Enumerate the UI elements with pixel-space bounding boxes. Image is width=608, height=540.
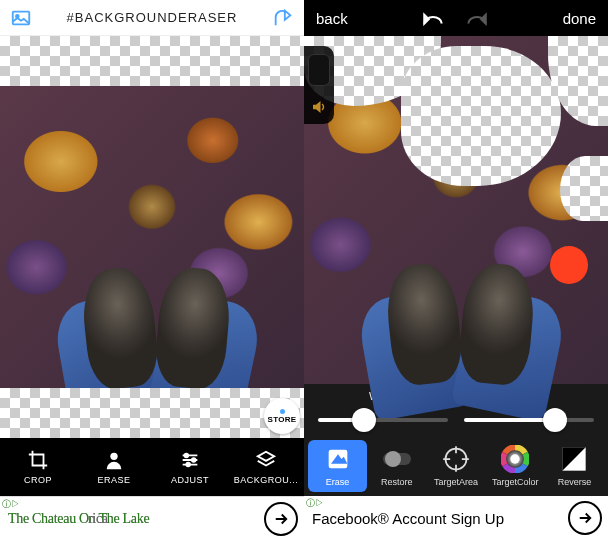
layers-icon	[255, 449, 277, 471]
colorwheel-icon	[501, 445, 529, 473]
crop-icon	[27, 449, 49, 471]
checker-top	[0, 36, 304, 86]
erase-icon	[324, 445, 352, 473]
brush-cursor[interactable]	[550, 246, 588, 284]
tool-restore[interactable]: Restore	[367, 440, 426, 492]
done-button[interactable]: done	[563, 10, 596, 27]
tab-background[interactable]: BACKGROU...	[228, 438, 304, 496]
tab-crop[interactable]: CROP	[0, 438, 76, 496]
ad-text-right: Facebook® Account Sign Up	[312, 510, 504, 527]
speaker-icon[interactable]	[310, 98, 328, 116]
redo-icon[interactable]	[464, 8, 490, 29]
left-ad-banner[interactable]: ⓘ▷ The Chateau On The Lake rica	[0, 496, 304, 540]
ad-arrow-icon[interactable]	[264, 502, 298, 536]
right-ad-banner[interactable]: ⓘ▷ Facebook® Account Sign Up	[304, 496, 608, 540]
tool-targetarea[interactable]: TargetArea	[426, 440, 485, 492]
screen-left-gallery: #BACKGROUNDERASER STORE CROP ERASE ADJUS…	[0, 0, 304, 540]
photo-original	[0, 86, 304, 388]
ad-text-left: The Chateau On The Lake rica	[8, 511, 149, 527]
tab-erase[interactable]: ERASE	[76, 438, 152, 496]
store-label: STORE	[268, 415, 297, 424]
tab-adjust[interactable]: ADJUST	[152, 438, 228, 496]
share-icon[interactable]	[272, 7, 294, 29]
person-icon	[103, 449, 125, 471]
sliders-icon	[179, 449, 201, 471]
right-header: back done	[304, 0, 608, 36]
side-controls	[304, 46, 334, 124]
svg-point-5	[186, 463, 190, 467]
target-icon	[442, 445, 470, 473]
reverse-icon	[560, 445, 588, 473]
svg-point-2	[110, 453, 117, 460]
store-button[interactable]: STORE	[264, 398, 300, 434]
checker-bottom	[0, 388, 304, 438]
preview-thumbnail[interactable]	[308, 54, 330, 86]
left-toolbar: CROP ERASE ADJUST BACKGROU...	[0, 438, 304, 496]
right-toolbar: Erase Restore TargetArea TargetColor Rev…	[304, 436, 608, 496]
svg-point-4	[192, 458, 196, 462]
app-title: #BACKGROUNDERASER	[67, 10, 238, 25]
tool-reverse[interactable]: Reverse	[545, 440, 604, 492]
photo-edited	[304, 36, 608, 384]
screen-right-editor: back done Width Offset	[304, 0, 608, 540]
left-header: #BACKGROUNDERASER	[0, 0, 304, 36]
svg-point-8	[385, 451, 401, 467]
restore-icon	[383, 445, 411, 473]
svg-point-3	[185, 454, 189, 458]
undo-icon[interactable]	[420, 8, 446, 29]
ad-info-icon[interactable]: ⓘ▷	[2, 498, 20, 511]
back-button[interactable]: back	[316, 10, 348, 27]
left-canvas[interactable]: STORE	[0, 36, 304, 438]
gallery-icon[interactable]	[10, 7, 32, 29]
svg-point-11	[511, 454, 520, 463]
right-canvas[interactable]	[304, 36, 608, 384]
tool-targetcolor[interactable]: TargetColor	[486, 440, 545, 492]
ad-arrow-icon[interactable]	[568, 501, 602, 535]
ad-info-icon[interactable]: ⓘ▷	[306, 497, 324, 510]
tool-erase[interactable]: Erase	[308, 440, 367, 492]
